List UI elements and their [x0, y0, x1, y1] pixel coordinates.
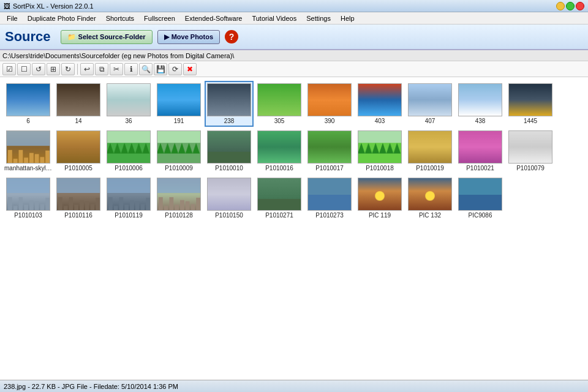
- photo-label: P1010119: [115, 212, 143, 219]
- photo-label: P1010273: [315, 212, 344, 219]
- minimize-btn[interactable]: [556, 2, 565, 10]
- photo-thumbnail: [207, 130, 251, 164]
- photo-item[interactable]: P1010150: [205, 175, 254, 221]
- menubar: FileDuplicate Photo FinderShortcutsFulls…: [0, 12, 588, 24]
- photo-item[interactable]: 191: [154, 81, 203, 127]
- photo-label: P1010019: [416, 165, 444, 172]
- sync-btn[interactable]: ⟳: [168, 63, 182, 75]
- photo-thumbnail: [257, 130, 301, 164]
- photo-label: 6: [26, 118, 30, 124]
- close-btn[interactable]: [576, 2, 584, 10]
- photo-label: manhattan-skyli ne-panorama-...: [4, 165, 52, 172]
- photo-item[interactable]: P1010271: [255, 175, 304, 221]
- photo-item[interactable]: 438: [456, 81, 505, 127]
- move-photos-btn-label: Move Photos: [172, 33, 213, 40]
- move-photos-button[interactable]: ▶ Move Photos: [157, 30, 220, 44]
- photo-thumbnail: [358, 178, 402, 211]
- photo-thumbnail: [307, 178, 352, 211]
- select-source-folder-button[interactable]: 📁 Select Source-Folder: [61, 30, 153, 44]
- search-btn[interactable]: 🔍: [139, 63, 153, 75]
- photo-item[interactable]: P1010010: [205, 128, 254, 174]
- menu-item-tutorial-videos[interactable]: Tutorial Videos: [247, 13, 301, 23]
- photo-item[interactable]: 6: [4, 81, 53, 127]
- photo-item[interactable]: PIC 119: [355, 175, 404, 221]
- photo-item[interactable]: manhattan-skyli ne-panorama-...: [4, 128, 53, 174]
- photo-item[interactable]: 390: [305, 81, 354, 127]
- menu-item-file[interactable]: File: [2, 13, 22, 23]
- folder-icon: 📁: [67, 33, 76, 41]
- photo-item[interactable]: P1010116: [54, 175, 103, 221]
- photo-thumbnail: [458, 130, 502, 164]
- photo-label: P1010017: [315, 165, 344, 172]
- photo-item[interactable]: P1010016: [255, 128, 304, 174]
- photo-item[interactable]: P1010103: [4, 175, 53, 221]
- photo-item[interactable]: P1010005: [54, 128, 103, 174]
- photo-item[interactable]: P1010009: [154, 128, 203, 174]
- save-btn[interactable]: 💾: [154, 63, 167, 75]
- photo-item[interactable]: PIC 132: [405, 175, 454, 221]
- grid-view-btn[interactable]: ⊞: [47, 63, 60, 75]
- menu-item-settings[interactable]: Settings: [302, 13, 335, 23]
- separator-1: [77, 64, 78, 75]
- photo-item[interactable]: 1445: [506, 81, 555, 127]
- select-all-btn[interactable]: ☑: [2, 63, 16, 75]
- photo-item[interactable]: P1010006: [104, 128, 153, 174]
- photo-thumbnail: [157, 83, 201, 116]
- photo-label: 36: [125, 118, 132, 124]
- cut-btn[interactable]: ✂: [110, 63, 123, 75]
- photo-item[interactable]: P1010273: [305, 175, 354, 221]
- photo-item[interactable]: 305: [255, 81, 304, 127]
- menu-item-extended-software[interactable]: Extended-Software: [181, 13, 247, 23]
- photo-item[interactable]: 238: [205, 81, 254, 127]
- info-btn[interactable]: ℹ: [124, 63, 138, 75]
- refresh-btn[interactable]: ↻: [61, 63, 75, 75]
- menu-item-shortcuts[interactable]: Shortcuts: [102, 13, 138, 23]
- deselect-btn[interactable]: ☐: [17, 63, 31, 75]
- photo-label: P1010021: [466, 165, 494, 172]
- photo-label: P1010150: [215, 212, 243, 219]
- photo-item[interactable]: 407: [405, 81, 454, 127]
- photo-label: 438: [475, 118, 486, 124]
- photo-label: P1010005: [64, 165, 92, 172]
- photo-item[interactable]: 14: [54, 81, 103, 127]
- photo-label: PIC 132: [419, 212, 441, 219]
- copy-btn[interactable]: ⧉: [95, 63, 108, 75]
- photo-item[interactable]: P1010017: [305, 128, 354, 174]
- photo-thumbnail: [257, 178, 301, 211]
- photo-thumbnail: [458, 178, 502, 211]
- photo-item[interactable]: PIC9086: [456, 175, 505, 221]
- rotate-left-btn[interactable]: ↺: [32, 63, 45, 75]
- photo-label: P1010016: [265, 165, 293, 172]
- photo-item[interactable]: 403: [355, 81, 404, 127]
- menu-item-fullscreen[interactable]: Fullscreen: [140, 13, 179, 23]
- photo-label: 238: [224, 118, 235, 124]
- photo-label: P1010009: [165, 165, 193, 172]
- photo-thumbnail: [408, 178, 452, 211]
- titlebar: 🖼 SortPix XL - Version 22.0.1: [0, 0, 588, 12]
- menu-item-help[interactable]: Help: [336, 13, 359, 23]
- photo-item[interactable]: P1010128: [154, 175, 203, 221]
- photo-item[interactable]: P1010018: [355, 128, 404, 174]
- photo-item[interactable]: P1010021: [456, 128, 505, 174]
- photo-item[interactable]: P1010119: [104, 175, 153, 221]
- photo-item[interactable]: 36: [104, 81, 153, 127]
- undo-btn[interactable]: ↩: [80, 63, 94, 75]
- maximize-btn[interactable]: [566, 2, 575, 10]
- photo-item[interactable]: P1010079: [506, 128, 555, 174]
- photo-thumbnail: [207, 178, 251, 211]
- pathbar: C:\Users\tride\Documents\Sourcefolder (e…: [0, 50, 588, 61]
- photo-label: P1010271: [265, 212, 293, 219]
- photo-label: 1445: [524, 118, 537, 124]
- photo-label: 390: [325, 118, 335, 124]
- menu-item-duplicate-photo-finder[interactable]: Duplicate Photo Finder: [23, 13, 100, 23]
- photo-label: P1010128: [165, 212, 193, 219]
- photo-thumbnail: [157, 130, 201, 164]
- photo-label: 407: [425, 118, 435, 124]
- photo-thumbnail: [107, 130, 151, 164]
- statusbar: 238.jpg - 22.7 KB - JPG File - Filedate:…: [0, 380, 588, 392]
- photo-item[interactable]: P1010019: [405, 128, 454, 174]
- photo-thumbnail: [508, 130, 552, 164]
- help-button[interactable]: ?: [225, 30, 238, 43]
- toolbar: Source 📁 Select Source-Folder ▶ Move Pho…: [0, 24, 588, 50]
- delete-btn[interactable]: ✖: [183, 63, 197, 75]
